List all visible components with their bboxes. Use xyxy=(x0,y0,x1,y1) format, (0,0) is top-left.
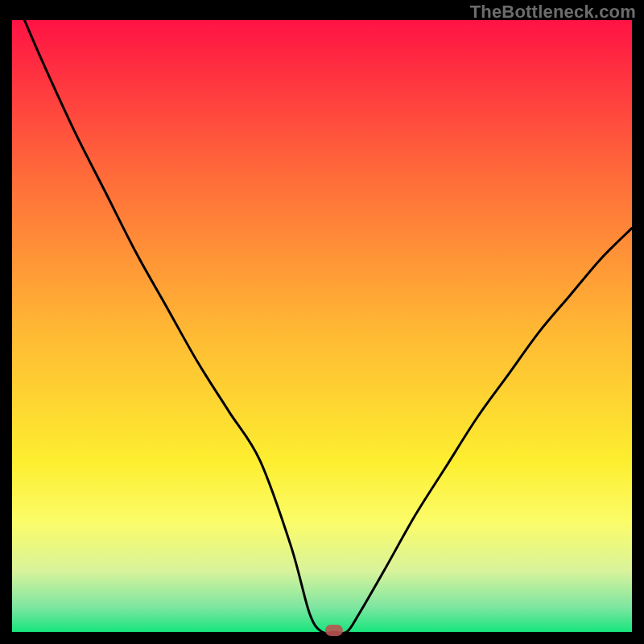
optimal-point-marker xyxy=(325,625,343,636)
gradient-background xyxy=(12,20,632,632)
chart-frame xyxy=(12,20,632,632)
bottleneck-chart xyxy=(12,20,632,632)
